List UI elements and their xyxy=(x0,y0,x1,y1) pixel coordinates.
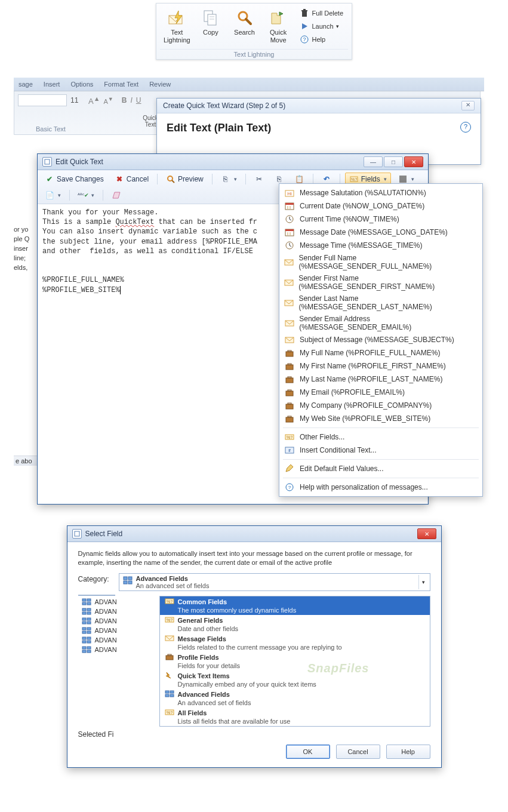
ok-button[interactable]: OK xyxy=(286,745,330,759)
svg-rect-77 xyxy=(82,622,86,624)
tab-options[interactable]: Options xyxy=(70,81,93,88)
category-combobox[interactable]: Advanced Fields An advanced set of field… xyxy=(119,573,430,591)
format-icon: ⎘ xyxy=(221,174,230,184)
field-item-9[interactable]: Subject of Message (%MESSAGE_SUBJECT%) xyxy=(279,333,482,346)
fields-dropdown-menu: HiMessage Salutation (%SALUTATION%)Curre… xyxy=(279,183,483,497)
field-row-4[interactable]: ADVAN xyxy=(78,635,119,645)
insert-button[interactable]: 📄▾ xyxy=(41,189,64,201)
field-item-6[interactable]: Sender First Name (%MESSAGE_SENDER_FIRST… xyxy=(279,272,482,293)
field-item-12[interactable]: My Last Name (%PROFILE_LAST_NAME%) xyxy=(279,373,482,386)
field-item-11[interactable]: My First Name (%PROFILE_FIRST_NAME%) xyxy=(279,359,482,373)
svg-line-17 xyxy=(172,180,174,183)
svg-rect-90 xyxy=(87,650,91,653)
field-item-2[interactable]: Current Time (%NOW_TIME%) xyxy=(279,213,482,226)
briefcase-icon xyxy=(284,401,295,410)
font-toolbar: 11 A▲A▼ B I U xyxy=(18,94,141,106)
maximize-button[interactable]: □ xyxy=(384,156,403,167)
search-icon xyxy=(235,8,254,27)
field-row-2[interactable]: ADVAN xyxy=(78,616,119,626)
svg-rect-85 xyxy=(82,641,86,643)
fields-label: Fields xyxy=(361,175,380,183)
field-item-7[interactable]: Sender Last Name (%MESSAGE_SENDER_LAST_N… xyxy=(279,293,482,313)
insert-conditional-item[interactable]: ifInsert Conditional Text... xyxy=(279,444,482,457)
category-option-1[interactable]: %?General FieldsDate and other fields xyxy=(160,615,430,633)
personalization-help-item[interactable]: ?Help with personalization of messages..… xyxy=(279,481,482,494)
field-item-14[interactable]: My Company (%PROFILE_COMPANY%) xyxy=(279,399,482,412)
save-changes-button[interactable]: ✔Save Changes xyxy=(41,173,107,185)
category-dropdown-arrow[interactable]: ▾ xyxy=(418,575,429,589)
briefcase-icon xyxy=(165,653,174,662)
svg-rect-66 xyxy=(128,581,132,584)
field-row-1[interactable]: ADVAN xyxy=(78,607,119,616)
svg-rect-101 xyxy=(165,694,169,697)
cancel-button[interactable]: ✖Cancel xyxy=(111,173,152,185)
sf-cancel-button[interactable]: Cancel xyxy=(336,745,380,759)
svg-rect-73 xyxy=(82,612,86,614)
minimize-button[interactable]: — xyxy=(364,156,383,167)
other-fields-item[interactable]: %?Other Fields... xyxy=(279,430,482,444)
svg-rect-20 xyxy=(399,176,407,183)
italic-button[interactable]: I xyxy=(130,96,132,104)
tab-review[interactable]: Review xyxy=(149,81,171,88)
tab-format-text[interactable]: Format Text xyxy=(104,81,138,88)
search-button[interactable]: Search xyxy=(227,7,261,47)
category-option-4[interactable]: Quick Text ItemsDynamically embed any of… xyxy=(160,670,430,689)
svg-rect-89 xyxy=(82,650,86,653)
svg-rect-52 xyxy=(288,403,291,404)
category-option-3[interactable]: Profile FieldsFields for your details xyxy=(160,652,430,670)
launch-button[interactable]: Launch ▾ xyxy=(297,20,346,32)
help-button[interactable]: ? Help xyxy=(297,33,346,45)
field-item-1[interactable]: Current Date (%NOW_LONG_DATE%) xyxy=(279,199,482,213)
field-item-5[interactable]: Sender Full Name (%MESSAGE_SENDER_FULL_N… xyxy=(279,252,482,272)
ribbon-tabs: sage Insert Options Format Text Review xyxy=(14,78,484,91)
tag-icon: %? xyxy=(284,432,295,442)
full-delete-button[interactable]: Full Delete xyxy=(297,7,346,19)
field-item-3[interactable]: Message Date (%MESSAGE_LONG_DATE%) xyxy=(279,226,482,239)
quick-move-button[interactable]: Quick Move xyxy=(261,7,295,47)
field-row-0[interactable]: ADVAN xyxy=(78,597,119,607)
field-item-label: My Company (%PROFILE_COMPANY%) xyxy=(300,401,432,410)
svg-rect-70 xyxy=(87,602,91,605)
briefcase-icon xyxy=(284,387,295,397)
category-option-2[interactable]: Message FieldsFields related to the curr… xyxy=(160,633,430,652)
category-option-6[interactable]: %?All FieldsLists all fields that are av… xyxy=(160,708,430,726)
trunc-3: line; xyxy=(14,253,36,263)
field-item-label: Sender Full Name (%MESSAGE_SENDER_FULL_N… xyxy=(299,254,476,270)
field-item-10[interactable]: My Full Name (%PROFILE_FULL_NAME%) xyxy=(279,346,482,359)
erase-button[interactable] xyxy=(108,189,125,201)
svg-rect-46 xyxy=(288,364,291,365)
wizard-help-icon[interactable]: ? xyxy=(460,122,471,133)
sf-close-button[interactable]: ✕ xyxy=(417,528,436,539)
field-row-5[interactable]: ADVAN xyxy=(78,645,119,654)
format-button[interactable]: ⎘▾ xyxy=(217,173,241,185)
field-item-8[interactable]: Sender Email Address (%MESSAGE_SENDER_EM… xyxy=(279,313,482,333)
wizard-close-button[interactable]: ✕ xyxy=(461,101,475,110)
bold-button[interactable]: B xyxy=(122,96,127,104)
field-item-4[interactable]: Message Time (%MESSAGE_TIME%) xyxy=(279,239,482,252)
spellcheck-button[interactable]: ᴬᴮᶜ✔▾ xyxy=(75,189,98,201)
svg-rect-79 xyxy=(82,628,86,630)
field-row-3[interactable]: ADVAN xyxy=(78,626,119,635)
tab-message[interactable]: sage xyxy=(19,81,33,88)
field-item-label: My Last Name (%PROFILE_LAST_NAME%) xyxy=(300,375,442,383)
category-option-5[interactable]: Advanced FieldsAn advanced set of fields xyxy=(160,689,430,708)
field-item-0[interactable]: HiMessage Salutation (%SALUTATION%) xyxy=(279,186,482,199)
field-item-label: Sender Last Name (%MESSAGE_SENDER_LAST_N… xyxy=(298,294,476,311)
text-lightning-button[interactable]: Text Lightning xyxy=(160,7,194,47)
cut-button[interactable]: ✂ xyxy=(251,173,267,185)
preview-button[interactable]: Preview xyxy=(162,173,207,185)
font-size-value: 11 xyxy=(70,96,85,104)
copy-button[interactable]: Copy xyxy=(194,7,228,47)
field-item-13[interactable]: My Email (%PROFILE_EMAIL%) xyxy=(279,386,482,399)
edit-defaults-item[interactable]: Edit Default Field Values... xyxy=(279,462,482,475)
help-icon: ? xyxy=(300,35,309,44)
close-button[interactable]: ✕ xyxy=(404,156,423,167)
envelope-icon xyxy=(284,257,294,267)
category-option-0[interactable]: %?Common FieldsThe most commonly used dy… xyxy=(160,596,430,615)
svg-rect-69 xyxy=(82,602,86,605)
underline-button[interactable]: U xyxy=(136,96,141,104)
sf-help-button[interactable]: Help xyxy=(386,745,430,759)
tab-insert[interactable]: Insert xyxy=(44,81,60,88)
field-item-15[interactable]: My Web Site (%PROFILE_WEB_SITE%) xyxy=(279,412,482,425)
eqt-titlebar[interactable]: Edit Quick Text — □ ✕ xyxy=(38,154,428,170)
